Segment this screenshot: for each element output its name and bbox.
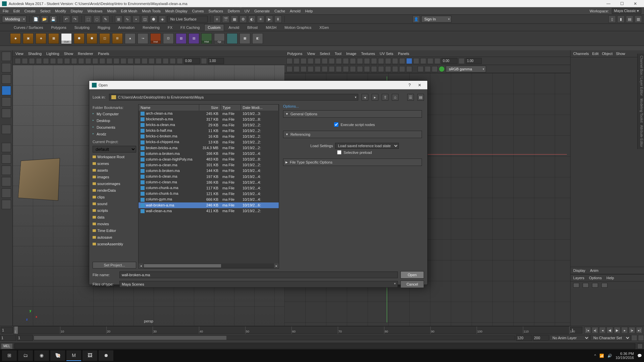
folder-assets[interactable]: assets	[93, 168, 136, 173]
signin-dropdown[interactable]: Sign In	[421, 16, 451, 22]
window-close-button[interactable]: ✕	[629, 0, 642, 7]
uv-t20[interactable]	[420, 58, 426, 64]
folder-scenes[interactable]: scenes	[93, 161, 136, 166]
shelf-icon-9[interactable]: ⊞	[112, 33, 123, 44]
uv-b7[interactable]	[329, 66, 335, 72]
tray-up-icon[interactable]: ^	[594, 354, 596, 358]
bookmark-desktop[interactable]: Desktop	[93, 118, 136, 123]
curproject-select[interactable]: default	[93, 146, 136, 153]
step-back-button[interactable]: ◂	[599, 327, 606, 334]
shelf-icon-15[interactable]: ▤	[189, 33, 199, 44]
file-row[interactable]: wall-clean-a.ma411 KBma File10/19/2...2:	[139, 208, 279, 214]
uv-t1[interactable]	[286, 58, 292, 64]
anim-layer-select[interactable]: No Anim Layer	[549, 335, 590, 341]
layer-menu-layers[interactable]: Layers	[573, 276, 584, 280]
vp-btn-14[interactable]	[106, 58, 112, 64]
file-row[interactable]: column-a-clean-highPoly.ma483 KBma File1…	[139, 157, 279, 162]
shelf-icon-hist[interactable]: Cp	[214, 33, 225, 44]
uv-t13[interactable]	[371, 58, 377, 64]
shelftab-fxcaching[interactable]: FX Caching	[177, 24, 203, 31]
task-photos-icon[interactable]: 🖼	[83, 350, 97, 361]
uv-t18[interactable]	[406, 58, 412, 64]
filename-input[interactable]	[119, 272, 398, 278]
persp-layout[interactable]	[2, 188, 11, 198]
file-row[interactable]: column-gym.ma666 KBma File10/19/2...4:	[139, 196, 279, 202]
menu-select[interactable]: Select	[40, 9, 51, 13]
script-editor-button[interactable]	[637, 344, 643, 349]
uv-b16[interactable]	[392, 66, 398, 72]
tray-network-icon[interactable]: 📶	[599, 354, 604, 358]
uv-t11[interactable]	[357, 58, 363, 64]
snap-curve-icon[interactable]: ∿	[124, 15, 131, 23]
vp-menu-shading[interactable]: Shading	[28, 52, 42, 56]
frame-start-field[interactable]	[1, 327, 13, 334]
panel-layout4-icon[interactable]: ▥	[635, 15, 642, 23]
goto-end-button[interactable]: ▸|	[636, 327, 643, 334]
step-fwd-key-button[interactable]: |▸	[629, 327, 635, 334]
range-start-field[interactable]	[0, 335, 16, 341]
goto-start-button[interactable]: |◂	[584, 327, 591, 334]
file-row[interactable]: bricks-c-broken.ma16 KBma File10/19/2...…	[139, 133, 279, 139]
notifications-icon[interactable]: 💬	[637, 354, 642, 358]
bookmark-mycomputer[interactable]: My Computer	[93, 112, 136, 116]
uv-b2[interactable]	[293, 66, 300, 72]
uv-b15[interactable]	[385, 66, 391, 72]
vp-btn-20[interactable]	[149, 58, 155, 64]
nav-back-icon[interactable]: ◂	[362, 94, 368, 101]
uv-b21[interactable]	[432, 66, 438, 72]
folder-sound[interactable]: sound	[93, 201, 136, 206]
hypershade-layout[interactable]	[2, 200, 11, 209]
paint-tool[interactable]	[2, 74, 11, 84]
render-icon[interactable]: 🎬	[222, 15, 229, 23]
mel-label[interactable]: MEL	[1, 344, 12, 349]
menu-uv[interactable]: UV	[245, 9, 250, 13]
character-set-select[interactable]: No Character Set	[590, 335, 631, 341]
uv-t6[interactable]	[322, 58, 328, 64]
task-recorder-icon[interactable]: ⏺	[99, 350, 113, 361]
uv-b9[interactable]	[343, 66, 349, 72]
menu-cache[interactable]: Cache	[274, 9, 285, 13]
vp-btn-1[interactable]	[15, 58, 21, 64]
uv-t16[interactable]	[392, 58, 398, 64]
menu-editmesh[interactable]: Edit Mesh	[121, 9, 137, 13]
file-list-scrollbar[interactable]: ◂▸	[139, 263, 279, 268]
menu-arnold[interactable]: Arnold	[290, 9, 301, 13]
file-row[interactable]: arch-clean-a.ma245 KBma File10/19/2...3:	[139, 111, 279, 116]
view-detail-icon[interactable]: ▤	[417, 94, 424, 101]
vp-btn-6[interactable]	[50, 58, 56, 64]
shelftab-custom[interactable]: Custom	[204, 24, 224, 31]
uv-b8[interactable]	[336, 66, 342, 72]
cb-menu-show[interactable]: Show	[616, 52, 625, 56]
select-mode-icon[interactable]: ⬚	[85, 15, 92, 23]
vp-btn-12[interactable]	[92, 58, 98, 64]
uv-b13[interactable]	[371, 66, 377, 72]
range-playstart-field[interactable]	[17, 335, 33, 341]
uv-b3[interactable]	[301, 66, 307, 72]
nav-home-icon[interactable]: ⌂	[392, 94, 398, 101]
vp-btn-17[interactable]	[127, 58, 133, 64]
nav-up-icon[interactable]: ⇧	[382, 94, 388, 101]
menuset-dropdown[interactable]: Modeling	[2, 16, 26, 22]
file-row[interactable]: bricks-b-half.ma11 KBma File10/19/2...2:	[139, 128, 279, 133]
shelf-icon-11[interactable]: ↝	[138, 33, 148, 44]
menu-help[interactable]: Help	[305, 9, 313, 13]
time-ruler[interactable]: 1102030405060708090100110120	[13, 326, 570, 334]
col-name[interactable]: Name	[139, 105, 199, 111]
uv-menu-panels[interactable]: Panels	[398, 52, 409, 56]
task-chrome-icon[interactable]: ◉	[34, 350, 49, 361]
uv-exposure-field[interactable]	[441, 58, 458, 64]
menu-create[interactable]: Create	[24, 9, 36, 13]
selective-preload-checkbox[interactable]	[337, 150, 341, 155]
menu-windows[interactable]: Windows	[88, 9, 103, 13]
taskbar-clock[interactable]: 6:36 PM 10/19/2016	[615, 352, 634, 360]
uv-b4[interactable]	[308, 66, 314, 72]
play-fwd-button[interactable]: ▶	[614, 327, 621, 334]
range-playend-field[interactable]	[516, 335, 532, 341]
uv-gamma-field[interactable]	[466, 58, 482, 64]
snap-grid-icon[interactable]: ⊞	[115, 15, 122, 23]
lasso-tool[interactable]	[2, 63, 11, 72]
uv-colormode-dropdown[interactable]: sRGB gamma	[446, 66, 486, 72]
vp-gamma-field[interactable]	[208, 58, 224, 64]
vtab-channelbox[interactable]: Channel Box / Layer Editor	[638, 56, 643, 96]
folder-scripts[interactable]: scripts	[93, 208, 136, 213]
